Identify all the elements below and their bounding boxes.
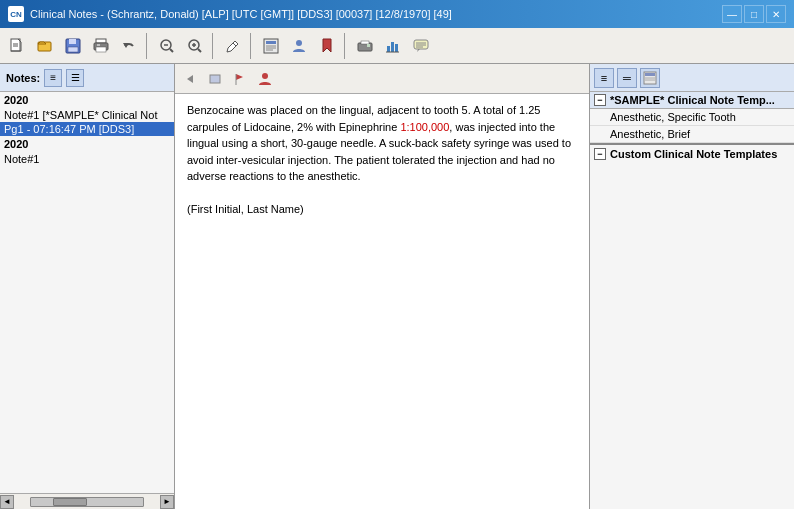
svg-rect-29 [387,46,390,52]
separator-3 [250,33,254,59]
svg-rect-9 [96,47,106,52]
svg-rect-6 [68,47,78,52]
app-icon: CN [8,6,24,22]
note-1[interactable]: Note#1 [0,152,174,166]
center-person-button[interactable] [254,68,276,90]
left-panel: Notes: ≡ ☰ 2020 Note#1 [*SAMPLE* Clinica… [0,64,175,509]
sample-templates-label: *SAMPLE* Clinical Note Temp... [610,94,775,106]
sample-expand-icon[interactable]: − [594,94,606,106]
separator-4 [344,33,348,59]
close-button[interactable]: ✕ [766,5,786,23]
svg-rect-7 [96,39,106,43]
sample-templates-header[interactable]: − *SAMPLE* Clinical Note Temp... [590,92,794,109]
template-anesthetic-brief[interactable]: Anesthetic, Brief [590,126,794,143]
new-note-button[interactable] [4,33,30,59]
sample-templates-section: − *SAMPLE* Clinical Note Temp... Anesthe… [590,92,794,143]
pen-button[interactable] [220,33,246,59]
center-back-button[interactable] [179,68,201,90]
svg-rect-5 [69,39,76,44]
right-list-btn[interactable]: ≡ [594,68,614,88]
notes-label: Notes: [6,72,40,84]
custom-templates-section: − Custom Clinical Note Templates [590,143,794,163]
center-flag-button[interactable] [229,68,251,90]
svg-point-25 [296,40,302,46]
print-button[interactable] [88,33,114,59]
svg-line-18 [198,49,201,52]
svg-rect-21 [266,41,276,44]
separator-2 [212,33,216,59]
svg-rect-10 [97,44,100,46]
person-button[interactable] [286,33,312,59]
epinephrine-value: 1:100,000 [400,121,449,133]
minimize-button[interactable]: — [722,5,742,23]
main-content: Notes: ≡ ☰ 2020 Note#1 [*SAMPLE* Clinica… [0,64,794,509]
year-2020-first: 2020 [0,92,174,108]
note-content: Benzocaine was placed on the lingual, ad… [175,94,589,509]
template-button[interactable] [258,33,284,59]
svg-rect-30 [391,42,394,52]
scroll-right-btn[interactable]: ► [160,495,174,509]
svg-rect-43 [645,73,655,76]
horizontal-scrollbar[interactable]: ◄ ► [0,493,174,509]
scrollbar-thumb[interactable] [53,498,87,506]
note-pg1-selected[interactable]: Pg1 - 07:16:47 PM [DDS3] [0,122,174,136]
year-2020-second: 2020 [0,136,174,152]
svg-marker-38 [187,75,193,83]
svg-rect-39 [210,75,220,83]
center-prev-button[interactable] [204,68,226,90]
main-toolbar [0,28,794,64]
right-detail-btn[interactable]: ═ [617,68,637,88]
custom-templates-header[interactable]: − Custom Clinical Note Templates [590,143,794,163]
svg-point-41 [262,73,268,79]
open-button[interactable] [32,33,58,59]
right-template-btn[interactable] [640,68,660,88]
svg-rect-0 [11,39,20,51]
comment-button[interactable] [408,33,434,59]
svg-rect-27 [361,41,369,44]
custom-templates-label: Custom Clinical Note Templates [610,148,777,160]
notes-list[interactable]: 2020 Note#1 [*SAMPLE* Clinical Not Pg1 -… [0,92,174,493]
svg-marker-11 [123,43,129,48]
note-text-paragraph: Benzocaine was placed on the lingual, ad… [187,102,577,185]
template-tree[interactable]: − *SAMPLE* Clinical Note Temp... Anesthe… [590,92,794,509]
undo-button[interactable] [116,33,142,59]
scrollbar-track[interactable] [30,497,144,507]
notes-header: Notes: ≡ ☰ [0,64,174,92]
maximize-button[interactable]: □ [744,5,764,23]
notes-detail-view-button[interactable]: ☰ [66,69,84,87]
save-button[interactable] [60,33,86,59]
zoom-in-button[interactable] [182,33,208,59]
right-toolbar: ≡ ═ [590,64,794,92]
center-panel: Benzocaine was placed on the lingual, ad… [175,64,589,509]
template-anesthetic-specific[interactable]: Anesthetic, Specific Tooth [590,109,794,126]
note-signature: (First Initial, Last Name) [187,201,577,218]
title-bar: CN Clinical Notes - (Schrantz, Donald) [… [0,0,794,28]
zoom-out-button[interactable] [154,33,180,59]
custom-expand-icon[interactable]: − [594,148,606,160]
chart-button[interactable] [380,33,406,59]
bookmark-button[interactable] [314,33,340,59]
separator-1 [146,33,150,59]
notes-list-view-button[interactable]: ≡ [44,69,62,87]
note-sample[interactable]: Note#1 [*SAMPLE* Clinical Not [0,108,174,122]
svg-line-14 [170,49,173,52]
scroll-left-btn[interactable]: ◄ [0,495,14,509]
window-controls: — □ ✕ [722,5,786,23]
center-toolbar [175,64,589,94]
right-panel: ≡ ═ − *SAMPLE* Clinical Note Temp... Ane… [589,64,794,509]
window-title: Clinical Notes - (Schrantz, Donald) [ALP… [30,8,722,20]
fax-button[interactable] [352,33,378,59]
svg-rect-28 [367,44,370,47]
svg-rect-31 [395,44,398,52]
